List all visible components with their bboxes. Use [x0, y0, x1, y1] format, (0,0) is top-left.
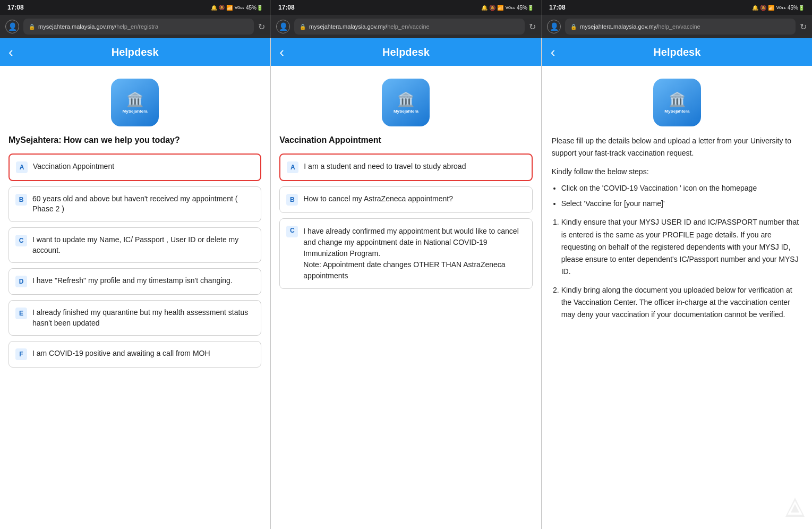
instructions-bullets: Click on the 'COVID-19 Vaccination ' ico… — [561, 182, 802, 210]
header-title-2: Helpdesk — [382, 46, 430, 58]
page-title-2: Vaccination Appointment — [279, 135, 532, 146]
refresh-btn-1[interactable]: ↻ — [258, 22, 265, 32]
letter-badge-2b: B — [286, 194, 298, 206]
silent-icon-2: 🔕 — [489, 5, 495, 11]
menu-item-1d[interactable]: D I have "Refresh" my profile and my tim… — [8, 268, 261, 295]
profile-icon-1[interactable]: 👤 — [5, 20, 19, 33]
url-input-1[interactable]: 🔒 mysejahtera.malaysia.gov.my/help_en/re… — [23, 19, 254, 35]
logo-box-2: 🏛️ MySejahtera — [382, 79, 430, 126]
menu-text-1b: 60 years old and above but haven't recei… — [32, 194, 254, 215]
menu-item-1b[interactable]: B 60 years old and above but haven't rec… — [8, 186, 261, 222]
url-input-2[interactable]: 🔒 mysejahtera.malaysia.gov.my/help_en/va… — [294, 19, 525, 35]
panel-1: ‹ Helpdesk 🏛️ MySejahtera MySejahtera: H… — [0, 38, 271, 529]
letter-badge-2a: A — [287, 161, 298, 173]
url-bar-3: 👤 🔒 mysejahtera.malaysia.gov.my/help_en/… — [542, 15, 812, 38]
url-bars: 👤 🔒 mysejahtera.malaysia.gov.my/help_en/… — [0, 15, 812, 38]
notification-icon-3: 🔔 — [752, 5, 758, 11]
battery-1: 45%🔋 — [246, 5, 263, 11]
time-3: 17:08 — [549, 4, 566, 11]
numbered-1: Kindly ensure that your MYSJ USER ID and… — [561, 216, 802, 277]
signal-icon-2: Vo₁₁ — [505, 5, 515, 10]
letter-badge-1f: F — [15, 348, 27, 360]
back-btn-1[interactable]: ‹ — [8, 44, 13, 61]
logo-emblem-3: 🏛️ — [669, 91, 686, 108]
notification-icon-2: 🔔 — [481, 5, 488, 11]
panels-container: ‹ Helpdesk 🏛️ MySejahtera MySejahtera: H… — [0, 38, 812, 529]
letter-badge-1a: A — [16, 161, 28, 173]
notification-icon: 🔔 — [211, 5, 217, 11]
menu-text-2b: How to cancel my AstraZeneca appointment… — [303, 194, 453, 204]
logo-emblem-2: 🏛️ — [397, 91, 414, 108]
numbered-2: Kindly bring along the document you uplo… — [561, 284, 802, 321]
url-text-2: mysejahtera.malaysia.gov.my/help_en/vacc… — [309, 23, 430, 30]
logo-label-2: MySejahtera — [394, 109, 418, 114]
battery-2: 45%🔋 — [517, 5, 534, 11]
time-1: 17:08 — [7, 4, 24, 11]
silent-icon-3: 🔕 — [760, 5, 766, 11]
page-title-1: MySejahtera: How can we help you today? — [8, 135, 261, 146]
menu-item-1c[interactable]: C I want to update my Name, IC/ Passport… — [8, 227, 261, 263]
instructions-numbered: Kindly ensure that your MYSJ USER ID and… — [561, 216, 802, 321]
logo-box-1: 🏛️ MySejahtera — [111, 79, 159, 126]
menu-text-1d: I have "Refresh" my profile and my times… — [32, 276, 233, 286]
menu-item-2a[interactable]: A I am a student and need to travel to s… — [279, 153, 532, 181]
lock-icon-2: 🔒 — [300, 24, 306, 30]
menu-text-1a: Vaccination Appointment — [33, 161, 114, 172]
panel-3: ‹ Helpdesk 🏛️ MySejahtera Please fill up… — [542, 38, 812, 529]
signal-icon-3: Vo₁₁ — [776, 5, 786, 10]
status-icons-3: 🔔 🔕 📶 Vo₁₁ 45%🔋 — [752, 5, 805, 11]
letter-badge-1b: B — [15, 194, 27, 206]
logo-label-1: MySejahtera — [123, 109, 148, 114]
silent-icon: 🔕 — [219, 5, 225, 10]
logo-label-3: MySejahtera — [664, 109, 689, 114]
menu-text-2c: I have already confirmed my appointment … — [303, 226, 525, 281]
menu-item-1e[interactable]: E I already finished my quarantine but m… — [8, 300, 261, 336]
logo-3: 🏛️ MySejahtera — [552, 74, 802, 126]
panel-1-header: ‹ Helpdesk — [0, 38, 270, 66]
menu-text-1e: I already finished my quarantine but my … — [32, 308, 254, 328]
panel-2-content: 🏛️ MySejahtera Vaccination Appointment A… — [271, 66, 541, 529]
menu-text-1f: I am COVID-19 positive and awaiting a ca… — [32, 348, 210, 359]
wifi-icon-2: 📶 — [497, 5, 503, 11]
logo-box-3: 🏛️ MySejahtera — [653, 79, 701, 126]
panel-2: ‹ Helpdesk 🏛️ MySejahtera Vaccination Ap… — [271, 38, 542, 529]
header-title-3: Helpdesk — [653, 46, 700, 58]
lock-icon-1: 🔒 — [29, 24, 35, 30]
instructions-follow: Kindly follow the below steps: — [552, 166, 802, 178]
url-input-3[interactable]: 🔒 mysejahtera.malaysia.gov.my/help_en/va… — [565, 19, 796, 35]
back-btn-2[interactable]: ‹ — [279, 44, 284, 61]
profile-icon-2[interactable]: 👤 — [276, 20, 290, 33]
watermark-icon — [784, 497, 806, 523]
refresh-btn-3[interactable]: ↻ — [800, 22, 807, 32]
logo-2: 🏛️ MySejahtera — [279, 74, 532, 126]
menu-text-2a: I am a student and need to travel to stu… — [304, 161, 466, 172]
url-bar-2: 👤 🔒 mysejahtera.malaysia.gov.my/help_en/… — [271, 15, 542, 38]
menu-item-2c[interactable]: C I have already confirmed my appointmen… — [279, 218, 532, 289]
status-icons-2: 🔔 🔕 📶 Vo₁₁ 45%🔋 — [481, 5, 534, 11]
time-2: 17:08 — [278, 4, 295, 11]
signal-icon: Vo₁₁ — [234, 5, 244, 10]
battery-3: 45%🔋 — [788, 5, 805, 11]
lock-icon-3: 🔒 — [570, 24, 577, 30]
panel-2-header: ‹ Helpdesk — [271, 38, 541, 66]
panel-3-header: ‹ Helpdesk — [542, 38, 812, 66]
status-bars: 17:08 🔔 🔕 📶 Vo₁₁ 45%🔋 17:08 🔔 🔕 📶 Vo₁₁ 4… — [0, 0, 812, 15]
profile-icon-3[interactable]: 👤 — [547, 20, 561, 33]
menu-item-1a[interactable]: A Vaccination Appointment — [8, 153, 261, 181]
menu-item-1f[interactable]: F I am COVID-19 positive and awaiting a … — [8, 341, 261, 368]
menu-item-2b[interactable]: B How to cancel my AstraZeneca appointme… — [279, 186, 532, 213]
refresh-btn-2[interactable]: ↻ — [529, 22, 536, 32]
url-bar-1: 👤 🔒 mysejahtera.malaysia.gov.my/help_en/… — [0, 15, 271, 38]
status-bar-3: 17:08 🔔 🔕 📶 Vo₁₁ 45%🔋 — [542, 0, 812, 15]
logo-1: 🏛️ MySejahtera — [8, 74, 261, 126]
menu-text-1c: I want to update my Name, IC/ Passport ,… — [32, 235, 254, 255]
panel-1-content: 🏛️ MySejahtera MySejahtera: How can we h… — [0, 66, 270, 529]
status-bar-1: 17:08 🔔 🔕 📶 Vo₁₁ 45%🔋 — [0, 0, 271, 15]
logo-emblem-1: 🏛️ — [126, 91, 143, 108]
letter-badge-2c: C — [286, 226, 298, 237]
url-text-1: mysejahtera.malaysia.gov.my/help_en/regi… — [38, 23, 158, 30]
letter-badge-1e: E — [15, 308, 27, 319]
letter-badge-1d: D — [15, 276, 27, 287]
instructions-container: Please fill up the details below and upl… — [552, 135, 802, 321]
back-btn-3[interactable]: ‹ — [551, 44, 555, 61]
